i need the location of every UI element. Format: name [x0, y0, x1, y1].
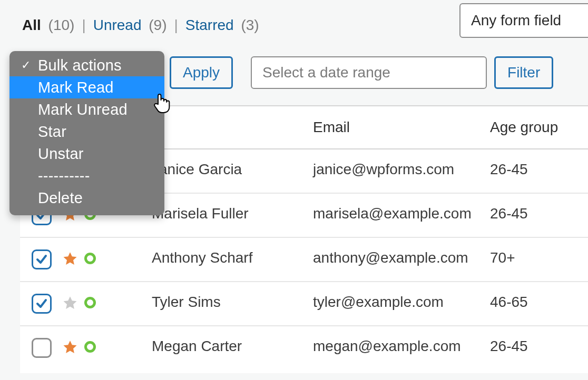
row-name[interactable]: Janice Garcia — [152, 161, 242, 177]
table-row: Anthony Scharf anthony@example.com 70+ — [20, 237, 588, 282]
bulk-action-item[interactable]: Mark Unread — [9, 98, 164, 121]
column-header-age[interactable]: Age group — [490, 106, 588, 149]
filter-tab-count: 3 — [241, 17, 259, 33]
toolbar: Bulk actionsMark ReadMark UnreadStarUnst… — [20, 46, 588, 99]
filter-tab-unread[interactable]: Unread 9 — [91, 17, 169, 34]
unread-indicator-icon[interactable] — [84, 341, 96, 353]
separator: | — [82, 17, 85, 34]
separator: | — [174, 17, 178, 34]
form-field-select[interactable]: Any form field — [459, 3, 588, 38]
table-row: Megan Carter megan@example.com 26-45 — [20, 326, 588, 373]
row-email[interactable]: marisela@example.com — [313, 205, 472, 222]
row-name[interactable]: Anthony Scharf — [152, 249, 252, 266]
table-row: Tyler Sims tyler@example.com 46-65 — [20, 282, 588, 326]
row-name[interactable]: Megan Carter — [152, 338, 242, 354]
bulk-action-item[interactable]: Star — [9, 121, 164, 143]
row-age: 46-65 — [490, 294, 528, 310]
bulk-actions-dropdown: Bulk actionsMark ReadMark UnreadStarUnst… — [9, 51, 164, 215]
filter-button-label: Filter — [507, 64, 540, 81]
row-email[interactable]: janice@wpforms.com — [313, 161, 454, 177]
filter-tab-count: 9 — [149, 17, 166, 33]
row-age: 26-45 — [490, 205, 528, 222]
bulk-action-item[interactable]: Unstar — [9, 143, 164, 165]
row-checkbox[interactable] — [32, 338, 52, 358]
bulk-action-item-label: Mark Read — [38, 79, 114, 96]
date-range-placeholder: Select a date range — [262, 64, 390, 81]
filter-tab-starred[interactable]: Starred 3 — [183, 17, 261, 34]
filter-button[interactable]: Filter — [494, 56, 553, 89]
bulk-action-item-label: Unstar — [38, 145, 84, 163]
row-checkbox[interactable] — [32, 249, 52, 269]
row-name[interactable]: Marisela Fuller — [152, 205, 249, 222]
row-status-icons — [62, 249, 115, 266]
filter-tab-label: Unread — [93, 17, 142, 33]
form-field-select-label: Any form field — [471, 12, 561, 29]
filter-tab-count: 10 — [48, 17, 75, 33]
apply-button[interactable]: Apply — [170, 56, 233, 89]
bulk-action-item[interactable]: Bulk actions — [9, 54, 164, 76]
apply-button-label: Apply — [183, 64, 220, 81]
star-icon[interactable] — [62, 251, 78, 266]
row-age: 70+ — [490, 249, 515, 266]
row-status-icons — [62, 294, 115, 311]
unread-indicator-icon[interactable] — [84, 297, 96, 308]
star-icon[interactable] — [62, 339, 78, 355]
bulk-action-item-label: Bulk actions — [38, 57, 122, 74]
unread-indicator-icon[interactable] — [84, 253, 96, 264]
column-header-email[interactable]: Email — [313, 106, 490, 149]
row-email[interactable]: anthony@example.com — [313, 249, 468, 266]
bulk-action-item-label: Star — [38, 123, 66, 141]
row-name[interactable]: Tyler Sims — [152, 294, 221, 310]
row-checkbox[interactable] — [32, 294, 52, 314]
bulk-action-item[interactable]: ---------- — [9, 165, 164, 187]
bulk-action-item-label: ---------- — [38, 167, 90, 185]
row-age: 26-45 — [490, 338, 528, 354]
row-email[interactable]: megan@example.com — [313, 338, 461, 354]
bulk-action-item-label: Delete — [38, 189, 83, 207]
row-age: 26-45 — [490, 161, 528, 177]
bulk-action-item-label: Mark Unread — [38, 101, 128, 118]
filter-tab-label: Starred — [185, 17, 234, 33]
filter-tab-all[interactable]: All 10 — [20, 17, 76, 34]
row-email[interactable]: tyler@example.com — [313, 294, 444, 310]
date-range-input[interactable]: Select a date range — [251, 56, 487, 89]
bulk-action-item[interactable]: Delete — [9, 187, 164, 209]
bulk-action-item[interactable]: Mark Read — [9, 76, 164, 98]
star-icon[interactable] — [62, 295, 78, 311]
row-status-icons — [62, 338, 115, 355]
filter-tab-label: All — [22, 17, 41, 33]
